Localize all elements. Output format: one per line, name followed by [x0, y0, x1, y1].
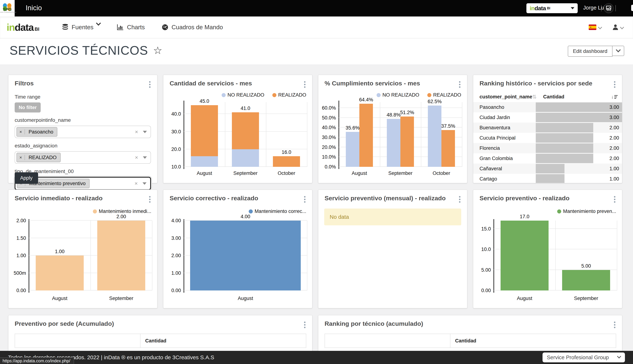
x-axis-labels: AugustSeptemberOctober [339, 170, 462, 176]
table-header-row: customer_point_name ⇅ Cantidad ↓ [473, 89, 622, 103]
nav-item-cuadros-de-mando[interactable]: Cuadros de Mando [162, 24, 223, 31]
chart-legend: NO REALIZADOREALIZADO [339, 92, 461, 98]
cell-customer-point-name: Cañaveral [473, 166, 536, 172]
customerpointinfo-name-select[interactable]: × Pasoancho × [15, 126, 151, 138]
bar-segment [190, 220, 301, 290]
spg-logo[interactable]: SPG Service Professional Group [0, 0, 15, 16]
legend-label: Mantenimiento preven... [563, 208, 616, 214]
browser-status-url: https://app.indata.com.co/index.php/ [0, 358, 74, 364]
cell-cantidad: 1.00 [536, 164, 622, 174]
card-title: Ranking histórico - servicios por sede [480, 80, 592, 87]
indata-logo[interactable]: indataBI [7, 22, 39, 33]
kebab-menu-icon[interactable] [147, 80, 152, 89]
legend-item: Mantenimiento correc... [249, 208, 306, 214]
y-axis-tick-label: 4.00 [164, 218, 181, 224]
cell-cantidad: 2.00 [536, 133, 622, 143]
cell-customer-point-name: Pasoancho [473, 104, 536, 110]
edit-dashboard-caret[interactable] [612, 46, 624, 56]
brand-data: data [534, 5, 546, 12]
edit-dashboard-button[interactable]: Edit dashboard [568, 46, 612, 57]
cell-cantidad: 1.00 [536, 174, 622, 183]
card-ranking-historico: Ranking histórico - servicios por sede c… [473, 75, 622, 183]
bar-value-label: 4.00 [241, 214, 250, 220]
bar-segment [501, 220, 549, 290]
nav-item-charts[interactable]: Charts [117, 24, 145, 31]
product-select[interactable]: indataBI [526, 3, 578, 13]
kebab-menu-icon[interactable] [612, 320, 617, 330]
column-header-cantidad[interactable]: Cantidad ↓ [540, 94, 618, 100]
kebab-menu-icon[interactable] [457, 194, 462, 204]
y-axis-tick-label: 1.50 [9, 235, 26, 241]
clear-icon[interactable]: × [135, 154, 138, 160]
y-axis-tick-label: 3.00 [164, 235, 181, 241]
card-servicio-correctivo: Servicio correctivo - realizado Mantenim… [163, 190, 312, 308]
legend-color-dot [249, 210, 253, 214]
column-header-customer-point-name[interactable]: customer_point_name ⇅ [480, 94, 540, 100]
filter-field-label: estado_asignacion [15, 143, 151, 149]
y-axis-tick-label: 0.00 [474, 288, 491, 294]
kebab-menu-icon[interactable] [147, 194, 152, 204]
favorite-star-icon[interactable]: ☆ [153, 44, 162, 56]
card-title: Servicio preventivo - realizado [480, 194, 569, 202]
remove-chip-icon[interactable]: × [17, 129, 25, 134]
y-axis-tick-label: 1.00 [9, 253, 26, 258]
kebab-menu-icon[interactable] [612, 194, 617, 204]
table-row[interactable]: Buenaventura2.00 [473, 122, 622, 133]
gridline-vertical [225, 102, 225, 167]
clear-icon[interactable]: × [135, 129, 138, 135]
kebab-menu-icon[interactable] [302, 194, 307, 204]
kebab-menu-icon[interactable] [302, 80, 307, 89]
legend-color-dot [377, 93, 381, 97]
card-title: Ranking por técnico (acumulado) [325, 320, 423, 327]
gridline-vertical [462, 102, 462, 167]
estado-asignacion-select[interactable]: × REALIZADO × [15, 151, 151, 164]
cell-cantidad: 2.00 [536, 122, 622, 133]
card-title: Servicio preventivo (mensual) - realizad… [325, 194, 446, 202]
card-filtros: Filtros Time range No filter customerpoi… [8, 75, 157, 183]
bar-segment [346, 132, 359, 167]
bar-segment [97, 220, 145, 290]
clear-icon[interactable]: × [134, 180, 138, 186]
table-row[interactable]: Gran Colombia2.00 [473, 153, 622, 164]
bar-value-label: 51.2% [400, 110, 414, 116]
dropdown-caret-icon[interactable] [143, 131, 147, 133]
y-axis-tick-label: 0.00 [9, 288, 26, 294]
time-range-value-badge[interactable]: No filter [15, 102, 41, 112]
legend-item: Mantenimiento preven... [557, 208, 616, 214]
tab-inicio[interactable]: Inicio [26, 4, 42, 12]
dropdown-caret-icon[interactable] [142, 182, 146, 185]
organization-select[interactable]: Service Profesional Group [543, 352, 625, 362]
y-axis-tick-label: 5.00 [474, 267, 491, 273]
cell-value: 2.00 [609, 125, 619, 130]
nav-item-fuentes[interactable]: Fuentes [62, 24, 100, 31]
nav-menu: Fuentes Charts [62, 24, 223, 31]
apply-button[interactable]: Apply [15, 172, 38, 184]
column-header-cantidad[interactable]: Cantidad [140, 334, 306, 348]
table-row[interactable]: Cañaveral1.00 [473, 164, 622, 174]
kebab-menu-icon[interactable] [612, 80, 617, 89]
remove-chip-icon[interactable]: × [17, 155, 25, 160]
avatar[interactable] [604, 3, 613, 13]
table-row[interactable]: Cucuta Principal2.00 [473, 133, 622, 143]
bar-value-label: 48.8% [387, 112, 401, 118]
column-header-cantidad[interactable]: Cantidad [450, 334, 616, 348]
table-row[interactable]: Cartago1.00 [473, 174, 622, 183]
table-header-row: Cantidad [15, 334, 306, 348]
language-select[interactable] [589, 24, 601, 30]
dropdown-caret-icon[interactable] [143, 156, 147, 159]
legend-item: REALIZADO [272, 92, 306, 98]
cell-cantidad: 3.00 [536, 112, 622, 122]
selected-chip: × Pasoancho [17, 127, 57, 137]
account-menu[interactable] [612, 24, 623, 30]
gridline-vertical [307, 220, 307, 290]
legend-color-dot [557, 210, 561, 214]
kebab-menu-icon[interactable] [302, 320, 307, 330]
no-data-banner: No data [324, 208, 461, 225]
plot-area: 0.005.0010.015.017.05.00 [494, 220, 617, 290]
table-row[interactable]: Florencia2.00 [473, 143, 622, 153]
brand-data: data [15, 22, 34, 33]
bar-value-label: 41.0 [241, 106, 250, 111]
table-row[interactable]: Ciudad Jardin3.00 [473, 112, 622, 122]
kebab-menu-icon[interactable] [457, 80, 462, 89]
table-row[interactable]: Pasoancho3.00 [473, 102, 622, 112]
